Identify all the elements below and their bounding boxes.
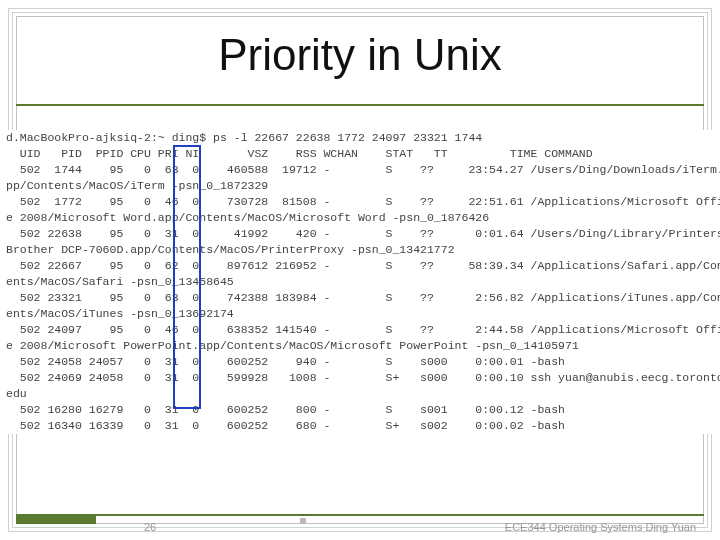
footer-marker xyxy=(300,518,306,524)
terminal-line: 502 22667 95 0 62 0 897612 216952 - S ??… xyxy=(0,258,720,274)
terminal-line: 502 1772 95 0 46 0 730728 81508 - S ?? 2… xyxy=(0,194,720,210)
slide-title: Priority in Unix xyxy=(0,30,720,80)
terminal-line: 502 23321 95 0 63 0 742388 183984 - S ??… xyxy=(0,290,720,306)
terminal-line: 502 24069 24058 0 31 0 599928 1008 - S+ … xyxy=(0,370,720,386)
title-rule xyxy=(16,104,704,106)
terminal-line: d.MacBookPro-ajksiq-2:~ ding$ ps -l 2266… xyxy=(0,130,720,146)
terminal-line: 502 16280 16279 0 31 0 600252 800 - S s0… xyxy=(0,402,720,418)
footer-rule xyxy=(16,514,704,516)
terminal-line: 502 24097 95 0 46 0 638352 141540 - S ??… xyxy=(0,322,720,338)
terminal-line: ents/MacOS/iTunes -psn_0_13692174 xyxy=(0,306,720,322)
terminal-line: 502 1744 95 0 63 0 460588 19712 - S ?? 2… xyxy=(0,162,720,178)
terminal-line: Brother DCP-7060D.app/Contents/MacOS/Pri… xyxy=(0,242,720,258)
terminal-output: d.MacBookPro-ajksiq-2:~ ding$ ps -l 2266… xyxy=(0,130,720,434)
terminal-line: e 2008/Microsoft Word.app/Contents/MacOS… xyxy=(0,210,720,226)
terminal-line: e 2008/Microsoft PowerPoint.app/Contents… xyxy=(0,338,720,354)
terminal-line: 502 22638 95 0 31 0 41992 420 - S ?? 0:0… xyxy=(0,226,720,242)
page-number: 26 xyxy=(0,521,300,533)
terminal-line: pp/Contents/MacOS/iTerm -psn_0_1872329 xyxy=(0,178,720,194)
terminal-line: 502 24058 24057 0 31 0 600252 940 - S s0… xyxy=(0,354,720,370)
terminal-line: UID PID PPID CPU PRI NI VSZ RSS WCHAN ST… xyxy=(0,146,720,162)
footer-text: ECE344 Operating Systems Ding Yuan xyxy=(505,521,696,533)
terminal-line: 502 16340 16339 0 31 0 600252 680 - S+ s… xyxy=(0,418,720,434)
terminal-line: ents/MacOS/Safari -psn_0_13458645 xyxy=(0,274,720,290)
terminal-line: edu xyxy=(0,386,720,402)
slide: Priority in Unix d.MacBookPro-ajksiq-2:~… xyxy=(0,0,720,540)
